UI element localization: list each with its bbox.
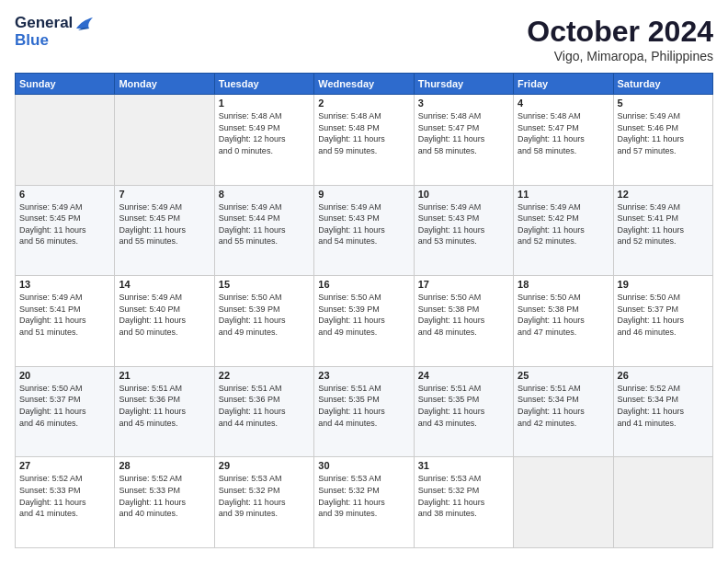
daylight-minutes: and 56 minutes. [19,236,110,247]
sunset-text: Sunset: 5:34 PM [618,394,709,406]
col-header-sunday: Sunday [16,74,115,95]
daylight-minutes: and 49 minutes. [318,327,409,339]
sunset-text: Sunset: 5:37 PM [618,304,709,316]
day-number: 12 [618,189,709,200]
calendar-cell: 13Sunrise: 5:49 AMSunset: 5:41 PMDayligh… [16,276,115,367]
sunset-text: Sunset: 5:35 PM [318,394,409,406]
sunrise-text: Sunrise: 5:48 AM [418,110,509,122]
sunset-text: Sunset: 5:39 PM [318,304,409,316]
sunrise-text: Sunrise: 5:48 AM [518,110,609,122]
sunset-text: Sunset: 5:48 PM [318,122,409,134]
col-header-friday: Friday [514,74,613,95]
day-number: 20 [19,370,110,381]
day-number: 27 [19,460,110,471]
daylight-hours: Daylight: 11 hours [418,315,509,327]
daylight-minutes: and 45 minutes. [119,418,210,430]
sunrise-text: Sunrise: 5:49 AM [119,201,210,213]
day-info: Sunrise: 5:53 AMSunset: 5:32 PMDaylight:… [318,473,409,519]
day-number: 16 [318,279,409,290]
daylight-hours: Daylight: 11 hours [518,315,609,327]
col-header-saturday: Saturday [613,74,712,95]
daylight-minutes: and 43 minutes. [418,418,509,430]
day-number: 14 [119,279,210,290]
logo-bird-icon [74,16,95,32]
sunrise-text: Sunrise: 5:53 AM [318,473,409,485]
daylight-hours: Daylight: 11 hours [618,224,709,236]
calendar-header-row: SundayMondayTuesdayWednesdayThursdayFrid… [16,74,713,95]
daylight-minutes: and 54 minutes. [318,236,409,247]
day-number: 10 [418,189,509,200]
day-number: 22 [219,370,310,381]
calendar-cell: 29Sunrise: 5:53 AMSunset: 5:32 PMDayligh… [214,457,313,548]
daylight-hours: Daylight: 11 hours [119,497,210,509]
calendar-cell: 2Sunrise: 5:48 AMSunset: 5:48 PMDaylight… [314,95,414,186]
calendar-cell: 5Sunrise: 5:49 AMSunset: 5:46 PMDaylight… [613,95,712,186]
sunrise-text: Sunrise: 5:48 AM [318,110,409,122]
daylight-hours: Daylight: 11 hours [219,497,310,509]
daylight-hours: Daylight: 11 hours [219,315,310,327]
sunrise-text: Sunrise: 5:50 AM [518,292,609,304]
calendar-cell: 6Sunrise: 5:49 AMSunset: 5:45 PMDaylight… [16,185,115,276]
calendar-cell [613,457,712,548]
daylight-hours: Daylight: 11 hours [19,406,110,418]
calendar-cell: 16Sunrise: 5:50 AMSunset: 5:39 PMDayligh… [314,276,414,367]
calendar-cell: 23Sunrise: 5:51 AMSunset: 5:35 PMDayligh… [314,366,414,457]
sunset-text: Sunset: 5:33 PM [19,485,110,497]
sunrise-text: Sunrise: 5:51 AM [219,383,310,395]
sunset-text: Sunset: 5:34 PM [518,394,609,406]
calendar-cell: 4Sunrise: 5:48 AMSunset: 5:47 PMDaylight… [514,95,613,186]
daylight-hours: Daylight: 11 hours [219,406,310,418]
sunrise-text: Sunrise: 5:50 AM [418,292,509,304]
day-info: Sunrise: 5:48 AMSunset: 5:47 PMDaylight:… [518,110,609,156]
calendar-row-1: 6Sunrise: 5:49 AMSunset: 5:45 PMDaylight… [16,185,713,276]
daylight-hours: Daylight: 11 hours [618,133,709,145]
day-number: 8 [219,189,310,200]
sunrise-text: Sunrise: 5:50 AM [618,292,709,304]
day-info: Sunrise: 5:50 AMSunset: 5:39 PMDaylight:… [219,292,310,338]
sunset-text: Sunset: 5:40 PM [119,304,210,316]
daylight-hours: Daylight: 11 hours [219,224,310,236]
day-info: Sunrise: 5:49 AMSunset: 5:41 PMDaylight:… [618,201,709,247]
sunrise-text: Sunrise: 5:53 AM [219,473,310,485]
daylight-minutes: and 39 minutes. [219,508,310,520]
daylight-hours: Daylight: 11 hours [19,224,110,236]
calendar-cell: 11Sunrise: 5:49 AMSunset: 5:42 PMDayligh… [514,185,613,276]
calendar-cell: 21Sunrise: 5:51 AMSunset: 5:36 PMDayligh… [115,366,214,457]
page: General Blue October 2024 Vigo, Mimaropa… [0,0,728,563]
sunrise-text: Sunrise: 5:49 AM [219,201,310,213]
col-header-monday: Monday [115,74,214,95]
col-header-tuesday: Tuesday [214,74,313,95]
daylight-minutes: and 53 minutes. [418,236,509,247]
calendar-cell [514,457,613,548]
sunset-text: Sunset: 5:33 PM [119,485,210,497]
daylight-hours: Daylight: 11 hours [119,406,210,418]
daylight-hours: Daylight: 11 hours [318,224,409,236]
day-info: Sunrise: 5:52 AMSunset: 5:33 PMDaylight:… [119,473,210,519]
daylight-hours: Daylight: 11 hours [518,224,609,236]
day-info: Sunrise: 5:49 AMSunset: 5:43 PMDaylight:… [318,201,409,247]
calendar-cell: 9Sunrise: 5:49 AMSunset: 5:43 PMDaylight… [314,185,414,276]
daylight-minutes: and 46 minutes. [19,418,110,430]
day-info: Sunrise: 5:50 AMSunset: 5:37 PMDaylight:… [19,383,110,429]
day-info: Sunrise: 5:53 AMSunset: 5:32 PMDaylight:… [418,473,509,519]
calendar-cell: 30Sunrise: 5:53 AMSunset: 5:32 PMDayligh… [314,457,414,548]
sunset-text: Sunset: 5:49 PM [219,122,310,134]
daylight-minutes: and 51 minutes. [19,327,110,339]
sunset-text: Sunset: 5:41 PM [19,304,110,316]
calendar-cell: 19Sunrise: 5:50 AMSunset: 5:37 PMDayligh… [613,276,712,367]
daylight-minutes: and 59 minutes. [318,145,409,157]
sunrise-text: Sunrise: 5:52 AM [618,383,709,395]
calendar-cell: 17Sunrise: 5:50 AMSunset: 5:38 PMDayligh… [414,276,513,367]
day-number: 15 [219,279,310,290]
sunrise-text: Sunrise: 5:49 AM [318,201,409,213]
sunset-text: Sunset: 5:41 PM [618,213,709,224]
col-header-wednesday: Wednesday [314,74,414,95]
daylight-hours: Daylight: 11 hours [318,315,409,327]
daylight-minutes: and 55 minutes. [119,236,210,247]
main-title: October 2024 [527,15,713,49]
sunrise-text: Sunrise: 5:50 AM [19,383,110,395]
calendar-cell: 27Sunrise: 5:52 AMSunset: 5:33 PMDayligh… [16,457,115,548]
day-number: 2 [318,98,409,109]
sunset-text: Sunset: 5:36 PM [219,394,310,406]
daylight-minutes: and 42 minutes. [518,418,609,430]
